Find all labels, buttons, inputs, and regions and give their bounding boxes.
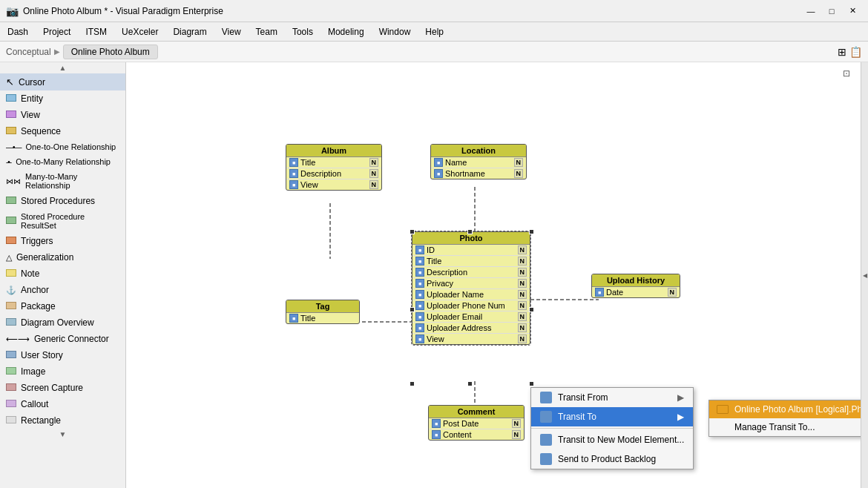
- entity-album[interactable]: Album ■ Title N ■ Description N ■ View N: [286, 144, 382, 191]
- canvas[interactable]: Album ■ Title N ■ Description N ■ View N…: [126, 62, 861, 488]
- breadcrumb-icon-1[interactable]: ⊞: [838, 46, 846, 58]
- breadcrumb-icon-2[interactable]: 📋: [849, 46, 862, 58]
- ctx-transit-new[interactable]: Transit to New Model Element...: [531, 430, 693, 449]
- sidebar-item-image[interactable]: Image: [0, 363, 125, 380]
- entity-tag-header: Tag: [286, 300, 359, 313]
- entity-upload-history-header: Upload History: [592, 274, 680, 287]
- menu-view[interactable]: View: [214, 24, 249, 40]
- ctx-transit-to-label: Transit To: [558, 412, 596, 422]
- field-icon: ■: [595, 288, 604, 297]
- right-panel-toggle[interactable]: ◀: [861, 62, 868, 488]
- field-icon: ■: [415, 301, 424, 310]
- menu-itsm[interactable]: ITSM: [78, 24, 114, 40]
- canvas-tool-icon[interactable]: ⊡: [843, 68, 850, 79]
- sidebar-item-overview[interactable]: Diagram Overview: [0, 314, 125, 331]
- sidebar-item-sequence[interactable]: Sequence: [0, 123, 125, 139]
- menu-help[interactable]: Help: [418, 24, 451, 40]
- entity-comment-field-postdate: ■ Post Date N: [429, 418, 524, 429]
- sidebar-label-anchor: Anchor: [21, 285, 49, 295]
- selection-handle-bm[interactable]: [467, 381, 473, 386]
- breadcrumb-icons: ⊞ 📋: [838, 46, 862, 58]
- sidebar-item-package[interactable]: Package: [0, 298, 125, 314]
- sidebar-label-many-to-many: Many-to-Many Relationship: [25, 172, 119, 190]
- selection-handle-br[interactable]: [529, 381, 534, 386]
- sidebar-item-one-to-one[interactable]: —•— One-to-One Relationship: [0, 139, 125, 154]
- sidebar-item-one-to-many[interactable]: -•- One-to-Many Relationship: [0, 154, 125, 169]
- submenu-logical-photo[interactable]: Online Photo Album [Logical].Photo: [709, 400, 861, 418]
- selection-handle-ml[interactable]: [410, 307, 415, 312]
- entity-photo-field-uploader-address: ■ Uploader Address N: [412, 323, 530, 334]
- entity-photo[interactable]: Photo ■ ID N ■ Title N ■ Description N ■…: [412, 231, 530, 345]
- menu-dash[interactable]: Dash: [0, 24, 36, 40]
- triggers-icon: [6, 236, 16, 246]
- package-icon: [6, 301, 16, 311]
- menu-tools[interactable]: Tools: [285, 24, 320, 40]
- sidebar-item-screen-capture[interactable]: Screen Capture: [0, 380, 125, 396]
- callout-icon: [6, 399, 16, 409]
- sidebar-item-note[interactable]: Note: [0, 266, 125, 282]
- sidebar-item-cursor[interactable]: ↖ Cursor: [0, 73, 125, 90]
- sidebar-label-image: Image: [21, 366, 45, 377]
- overview-icon: [6, 317, 16, 328]
- entity-upload-history[interactable]: Upload History ■ Date N: [591, 274, 680, 298]
- sp-result-icon: [6, 216, 16, 226]
- selection-handle-mr[interactable]: [529, 307, 534, 312]
- many-to-many-icon: ⋈⋈: [6, 177, 21, 185]
- sidebar-label-view: View: [21, 110, 40, 120]
- menu-window[interactable]: Window: [372, 24, 418, 40]
- minimize-button[interactable]: —: [801, 4, 821, 19]
- sidebar-item-rectangle[interactable]: Rectangle: [0, 412, 125, 429]
- sidebar-label-overview: Diagram Overview: [21, 317, 94, 328]
- context-menu: Transit From ▶ Transit To ▶ Transit to N…: [530, 387, 694, 469]
- menu-bar: Dash Project ITSM UeXceler Diagram View …: [0, 22, 868, 42]
- transit-to-icon: [540, 411, 552, 423]
- sidebar-item-sp-result[interactable]: Stored Procedure ResultSet: [0, 209, 125, 233]
- ctx-transit-to-arrow: ▶: [677, 412, 684, 422]
- field-icon: ■: [415, 334, 424, 343]
- menu-project[interactable]: Project: [36, 24, 78, 40]
- sidebar: ▲ ↖ Cursor Entity View Sequence —•— One-…: [0, 62, 126, 488]
- sidebar-item-triggers[interactable]: Triggers: [0, 233, 125, 249]
- sidebar-scroll-down[interactable]: ▼: [0, 429, 125, 440]
- sidebar-scroll-up[interactable]: ▲: [0, 62, 125, 73]
- selection-handle-tr[interactable]: [529, 229, 534, 234]
- ctx-send-backlog[interactable]: Send to Product Backlog: [531, 449, 693, 469]
- sidebar-item-many-to-many[interactable]: ⋈⋈ Many-to-Many Relationship: [0, 169, 125, 193]
- entity-location[interactable]: Location ■ Name N ■ Shortname N: [430, 144, 527, 179]
- ctx-transit-from-label: Transit From: [558, 392, 608, 403]
- menu-team[interactable]: Team: [249, 24, 285, 40]
- entity-tag-field-title: ■ Title: [286, 313, 359, 323]
- selection-handle-tl[interactable]: [410, 229, 415, 234]
- breadcrumb-root[interactable]: Conceptual: [6, 47, 51, 57]
- one-to-one-icon: —•—: [6, 143, 22, 151]
- sidebar-item-generic[interactable]: ⟵⟶ Generic Connector: [0, 331, 125, 347]
- sidebar-item-view[interactable]: View: [0, 107, 125, 123]
- selection-handle-bl[interactable]: [410, 381, 415, 386]
- menu-modeling[interactable]: Modeling: [320, 24, 372, 40]
- sidebar-item-entity[interactable]: Entity: [0, 90, 125, 107]
- sidebar-label-sp-result: Stored Procedure ResultSet: [21, 212, 119, 230]
- sidebar-item-generalization[interactable]: △ Generalization: [0, 249, 125, 266]
- menu-diagram[interactable]: Diagram: [165, 24, 214, 40]
- entity-tag[interactable]: Tag ■ Title: [286, 300, 360, 324]
- ctx-transit-to[interactable]: Transit To ▶: [531, 407, 693, 426]
- sequence-icon: [6, 126, 16, 136]
- sidebar-item-stored-proc[interactable]: Stored Procedures: [0, 193, 125, 209]
- entity-comment-header: Comment: [429, 406, 524, 418]
- maximize-button[interactable]: □: [822, 4, 841, 19]
- entity-comment[interactable]: Comment ■ Post Date N ■ Content N: [428, 405, 525, 441]
- sidebar-label-generic: Generic Connector: [34, 334, 109, 344]
- sidebar-item-story[interactable]: User Story: [0, 347, 125, 363]
- entity-photo-field-desc: ■ Description N: [412, 267, 530, 278]
- selection-handle-tm[interactable]: [467, 229, 473, 234]
- submenu-manage-transit[interactable]: Manage Transit To...: [709, 418, 861, 436]
- ctx-transit-from[interactable]: Transit From ▶: [531, 388, 693, 407]
- sidebar-label-triggers: Triggers: [21, 236, 53, 246]
- entity-orange-icon: [717, 405, 729, 414]
- breadcrumb-current[interactable]: Online Photo Album: [63, 44, 158, 59]
- sidebar-item-anchor[interactable]: ⚓ Anchor: [0, 282, 125, 298]
- sidebar-item-callout[interactable]: Callout: [0, 396, 125, 412]
- right-panel-arrow: ◀: [863, 272, 867, 279]
- close-button[interactable]: ✕: [843, 4, 862, 19]
- menu-uexceler[interactable]: UeXceler: [114, 24, 165, 40]
